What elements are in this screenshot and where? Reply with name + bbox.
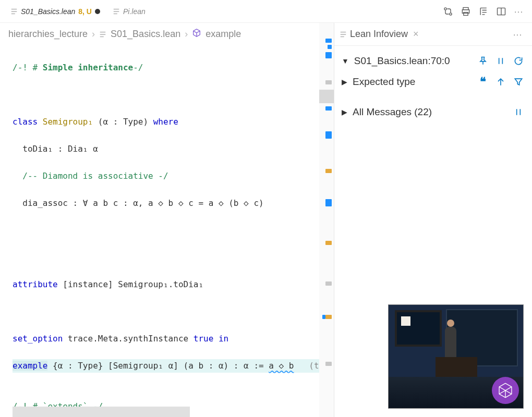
file-lines-icon [99, 31, 106, 38]
code-editor[interactable]: /-! # Simple inheritance-/ class Semigro… [0, 45, 334, 417]
code-text: {α : Type} [Semigroup₁ α] (a b : α) : α … [47, 361, 269, 371]
more-actions-icon[interactable]: ··· [512, 29, 524, 40]
infoview-file-row[interactable]: ▼ S01_Basics.lean:70:0 [342, 51, 525, 71]
close-icon[interactable]: × [413, 29, 419, 40]
code-text: where [153, 117, 178, 127]
file-lines-icon [10, 8, 18, 15]
infoview-tab[interactable]: Lean Infoview × [340, 29, 419, 40]
file-lines-icon [340, 31, 347, 38]
infoview-body: ▼ S01_Basics.lean:70:0 ▶ Expected type ❝ [334, 46, 532, 127]
print-icon[interactable] [460, 6, 471, 17]
lean-infoview-pane: Lean Infoview × ··· ▼ S01_Basics.lean:70… [334, 23, 532, 417]
minimap[interactable] [319, 23, 334, 417]
symbol-cube-icon [192, 28, 201, 40]
expected-type-row[interactable]: ▶ Expected type ❝ [342, 71, 525, 93]
breadcrumb-symbol: example [205, 29, 241, 40]
triangle-right-icon: ▶ [342, 78, 347, 86]
code-text: -/ [133, 63, 143, 72]
breadcrumb-folder: hierarchies_lecture [8, 29, 88, 40]
all-messages-row[interactable]: ▶ All Messages (22) [342, 102, 525, 122]
tab-pi-lean[interactable]: Pi.lean [106, 4, 152, 19]
breadcrumb[interactable]: hierarchies_lecture › S01_Basics.lean › … [0, 23, 334, 45]
tab-git-status: 8, U [78, 7, 92, 16]
unsaved-dot-icon [95, 9, 100, 14]
svg-point-1 [450, 13, 452, 15]
arrow-up-icon[interactable] [494, 77, 507, 87]
code-text: (α : Type) [93, 117, 153, 127]
code-text: trace.Meta.synthInstance [63, 334, 193, 344]
triangle-down-icon: ▼ [342, 57, 349, 65]
code-text: true [194, 334, 214, 344]
main-area: hierarchies_lecture › S01_Basics.lean › … [0, 23, 532, 417]
code-text: dia_assoc : ∀ a b c : α, a ◇ b ◇ c = a ◇… [13, 198, 264, 208]
code-text: set_option [13, 334, 63, 344]
code-text: a ◇ b [269, 361, 294, 371]
code-text: /-! # [13, 63, 43, 72]
code-text: /-- Diamond is associative -/ [13, 171, 168, 181]
code-text: toDia₁ : Dia₁ α [13, 144, 98, 154]
code-text: class [13, 117, 43, 127]
chevron-right-icon: › [185, 29, 188, 40]
code-text: Semigroup₁ [43, 117, 93, 127]
code-text: Simple inheritance [43, 63, 133, 72]
outline-icon[interactable] [478, 6, 489, 17]
compare-changes-icon[interactable] [442, 6, 454, 17]
scrollbar-shadow [13, 407, 190, 417]
presentation-screen [395, 310, 442, 347]
svg-rect-4 [464, 12, 468, 15]
infoview-file-pos: S01_Basics.lean:70:0 [354, 55, 471, 67]
editor-pane: hierarchies_lecture › S01_Basics.lean › … [0, 23, 334, 417]
code-text: [instance] Semigroup₁.toDia₁ [58, 279, 203, 289]
tab-filename: S01_Basics.lean [21, 7, 75, 16]
all-messages-label: All Messages (22) [353, 106, 507, 118]
svg-point-0 [444, 7, 446, 9]
editor-tab-bar: S01_Basics.lean 8, U Pi.lean ··· [0, 0, 532, 23]
refresh-icon[interactable] [512, 56, 525, 66]
pause-icon[interactable] [512, 107, 525, 117]
more-actions-icon[interactable]: ··· [513, 6, 525, 17]
tab-s01-basics[interactable]: S01_Basics.lean 8, U [4, 4, 106, 19]
channel-logo-icon [492, 377, 519, 404]
triangle-right-icon: ▶ [342, 108, 347, 116]
video-thumbnail[interactable] [388, 304, 524, 409]
infoview-tab-bar: Lean Infoview × ··· [334, 23, 532, 46]
expected-type-label: Expected type [353, 76, 471, 88]
code-text: in [213, 334, 228, 344]
chevron-right-icon: › [92, 29, 95, 40]
infoview-title: Lean Infoview [350, 29, 408, 40]
file-lines-icon [113, 8, 120, 15]
filter-icon[interactable] [512, 77, 525, 87]
pin-icon[interactable] [477, 56, 489, 66]
code-text: attribute [13, 279, 58, 289]
pause-icon[interactable] [494, 56, 507, 66]
tab-filename: Pi.lean [123, 7, 146, 16]
breadcrumb-file: S01_Basics.lean [111, 29, 180, 40]
code-text: example [13, 361, 47, 371]
quote-icon[interactable]: ❝ [477, 75, 489, 89]
split-editor-icon[interactable] [495, 6, 507, 17]
presenter [445, 327, 456, 358]
